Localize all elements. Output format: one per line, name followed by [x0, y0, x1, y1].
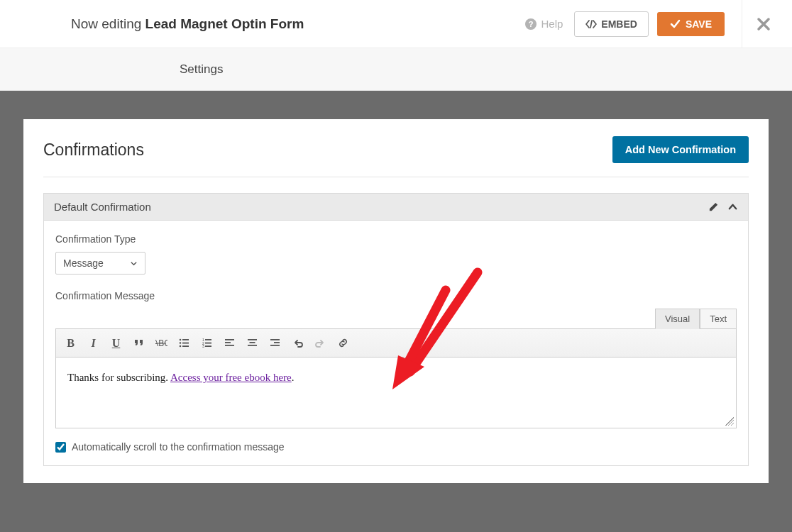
svg-rect-9 — [182, 345, 189, 347]
tab-settings[interactable]: Settings — [180, 62, 223, 77]
help-button[interactable]: ? Help — [525, 18, 563, 30]
svg-point-6 — [180, 342, 182, 344]
confirmations-panel: Confirmations Add New Confirmation Defau… — [23, 119, 769, 483]
svg-rect-17 — [225, 342, 231, 343]
autoscroll-label: Automatically scroll to the confirmation… — [72, 441, 285, 453]
align-right-button[interactable] — [265, 333, 285, 353]
svg-rect-24 — [270, 345, 280, 346]
form-name: Lead Magnet Optin Form — [145, 16, 304, 31]
numbered-list-button[interactable]: 123 — [197, 333, 216, 353]
top-bar: Now editing Lead Magnet Optin Form ? Hel… — [0, 0, 792, 48]
undo-button[interactable] — [288, 333, 307, 353]
editing-prefix: Now editing — [71, 16, 141, 31]
svg-rect-13 — [205, 343, 211, 344]
close-icon — [757, 17, 771, 31]
svg-point-4 — [180, 339, 182, 341]
panel-title: Confirmations — [43, 140, 144, 160]
editor-tabs: Visual Text — [55, 309, 737, 329]
autoscroll-row[interactable]: Automatically scroll to the confirmation… — [55, 441, 737, 453]
bold-button[interactable]: B — [61, 333, 80, 353]
bullet-list-button[interactable] — [175, 333, 194, 353]
close-button[interactable] — [749, 17, 778, 31]
help-icon: ? — [525, 18, 537, 30]
confirmation-type-value: Message — [63, 257, 104, 269]
confirmation-type-label: Confirmation Type — [55, 233, 737, 245]
divider — [742, 0, 742, 48]
blockquote-button[interactable] — [129, 333, 148, 353]
confirmation-message-label: Confirmation Message — [55, 290, 737, 301]
svg-rect-16 — [225, 339, 234, 340]
tabs-bar: Settings — [0, 48, 792, 91]
message-link[interactable]: Access your free ebook here — [170, 372, 292, 383]
editor-tab-visual[interactable]: Visual — [655, 309, 700, 329]
strikethrough-button[interactable]: ABC — [152, 333, 171, 353]
panel-header: Confirmations Add New Confirmation — [43, 136, 749, 177]
italic-button[interactable]: I — [84, 333, 103, 353]
confirmation-type-select[interactable]: Message — [55, 252, 145, 275]
svg-rect-20 — [250, 342, 255, 343]
chevron-up-icon[interactable] — [727, 201, 738, 212]
resize-handle[interactable] — [725, 417, 734, 426]
confirmation-name: Default Confirmation — [54, 201, 151, 213]
svg-rect-7 — [182, 343, 189, 344]
editor-tab-text[interactable]: Text — [700, 309, 737, 329]
editing-label: Now editing Lead Magnet Optin Form — [71, 16, 525, 32]
align-center-button[interactable] — [243, 333, 262, 353]
save-button[interactable]: SAVE — [657, 12, 725, 36]
svg-text:3: 3 — [202, 344, 204, 348]
svg-rect-23 — [274, 342, 280, 343]
editor: Visual Text B I U ABC 123 — [55, 309, 737, 428]
autoscroll-checkbox[interactable] — [55, 442, 66, 453]
svg-text:?: ? — [529, 20, 534, 28]
editor-toolbar: B I U ABC 123 — [55, 328, 737, 358]
edit-icon[interactable] — [708, 201, 719, 212]
message-text-after: . — [292, 372, 295, 383]
message-text-before: Thanks for subscribing. — [67, 372, 170, 383]
svg-rect-11 — [205, 339, 211, 340]
confirmation-body: Confirmation Type Message Confirmation M… — [44, 221, 748, 465]
link-button[interactable] — [334, 333, 353, 353]
svg-rect-21 — [248, 345, 257, 346]
redo-button[interactable] — [311, 333, 330, 353]
confirmation-actions — [708, 201, 738, 212]
svg-rect-18 — [225, 345, 234, 346]
svg-rect-15 — [205, 345, 211, 347]
content-wrap: Confirmations Add New Confirmation Defau… — [0, 91, 792, 532]
underline-button[interactable]: U — [106, 333, 126, 353]
confirmation-item: Default Confirmation Confirmation Type M… — [43, 193, 749, 466]
check-icon — [670, 18, 681, 29]
svg-rect-19 — [248, 339, 257, 340]
code-icon — [585, 19, 597, 29]
align-left-button[interactable] — [220, 333, 239, 353]
svg-point-8 — [180, 345, 182, 348]
chevron-down-icon — [130, 260, 138, 267]
save-label: SAVE — [686, 18, 712, 30]
editor-content[interactable]: Thanks for subscribing. Access your free… — [55, 358, 737, 428]
add-confirmation-button[interactable]: Add New Confirmation — [612, 136, 749, 163]
help-label: Help — [541, 18, 563, 30]
embed-label: EMBED — [601, 18, 637, 30]
svg-rect-22 — [270, 339, 280, 340]
confirmation-header[interactable]: Default Confirmation — [44, 194, 748, 221]
embed-button[interactable]: EMBED — [574, 11, 649, 37]
svg-rect-5 — [182, 339, 189, 340]
